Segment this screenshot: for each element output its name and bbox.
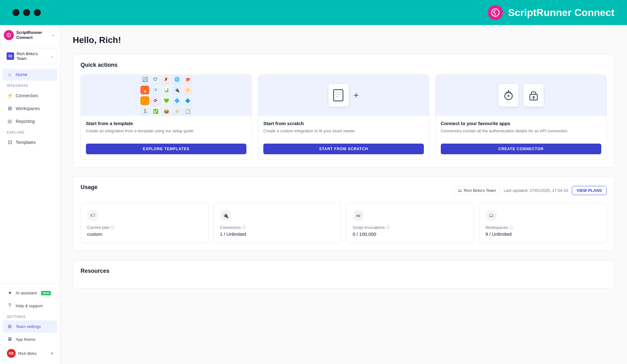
template-card-preview: 🔄 🛡 ✗ 🌐 🐙 🔥 📧 📊 🔌 ⚡ 🔶: [81, 75, 251, 116]
template-icon-17: ✅: [151, 107, 160, 116]
usage-card-invocations: ∞ Script invocations ⓘ 0 / 100,000: [346, 203, 474, 243]
template-icon-11: 🔶: [140, 96, 149, 105]
quick-actions-grid: 🔄 🛡 ✗ 🌐 🐙 🔥 📧 📊 🔌 ⚡ 🔶: [81, 75, 607, 160]
team-settings-icon: ⚙: [7, 324, 13, 330]
template-icon-19: ⚡: [172, 107, 181, 116]
ai-assistant-icon: ✦: [7, 290, 13, 296]
usage-team-name: Rich Birks's Team: [464, 188, 496, 193]
window-maximize-btn[interactable]: [34, 9, 41, 16]
action-card-connector: Connect to your favourite apps Connector…: [435, 75, 607, 160]
template-icon-15: 🔷: [183, 96, 192, 105]
sidebar-item-ai-label: AI assistant: [16, 291, 37, 295]
connector-lock-icon: [524, 84, 544, 107]
connectors-label: Connectors ⓘ: [220, 225, 335, 230]
template-icon-3: ✗: [162, 75, 171, 84]
action-card-template: 🔄 🛡 ✗ 🌐 🐙 🔥 📧 📊 🔌 ⚡ 🔶: [81, 75, 252, 160]
workspaces-value: 9 / Unlimited: [486, 231, 600, 237]
sidebar-item-templates[interactable]: ⊡ Templates: [3, 136, 57, 148]
usage-card-connectors: 🔌 Connectors ⓘ 1 / Unlimited: [213, 203, 341, 243]
sidebar-item-reporting[interactable]: ◎ Reporting: [3, 115, 57, 127]
usage-team-icon: 🗂: [458, 188, 462, 193]
template-card-body: Start from a template Create an integrat…: [81, 116, 251, 159]
quick-actions-section: Quick actions 🔄 🛡 ✗ 🌐 🐙 🔥: [73, 54, 614, 167]
sidebar-item-templates-label: Templates: [16, 140, 36, 145]
team-selector[interactable]: RI Rich Birks's Team ⌄: [3, 48, 57, 64]
connector-card-preview: [436, 75, 606, 116]
invocations-label: Script invocations ⓘ: [353, 225, 467, 230]
sidebar-logo: [4, 30, 14, 40]
team-avatar: RI: [7, 52, 14, 60]
usage-card-workspaces: 🗂 Workspaces ⓘ 9 / Unlimited: [479, 203, 607, 243]
template-icon-10: ⚡: [183, 86, 192, 94]
template-icon-9: 🔌: [172, 86, 181, 94]
sidebar-item-connectors[interactable]: ⚡ Connectors: [3, 89, 57, 102]
scratch-card-title: Start from scratch: [263, 121, 424, 126]
connectors-usage-icon: 🔌: [220, 210, 231, 221]
explore-templates-button[interactable]: EXPLORE TEMPLATES: [86, 144, 246, 154]
user-menu[interactable]: RB Rich Birks ▾: [3, 346, 57, 361]
invocations-info-icon[interactable]: ⓘ: [386, 225, 390, 230]
connectors-info-icon[interactable]: ⓘ: [242, 225, 246, 230]
brand-name: ScriptRunner Connect: [508, 7, 614, 18]
integrate-section-label: INTEGRATE: [0, 81, 60, 89]
scratch-card-body: Start from scratch Create a custom integ…: [258, 116, 429, 159]
user-chevron-icon: ▾: [51, 351, 53, 356]
sidebar-item-app-theme-label: App theme: [16, 337, 35, 342]
window-minimize-btn[interactable]: [23, 9, 30, 16]
template-icon-14: 💠: [172, 96, 181, 105]
top-bar: ScriptRunner Connect: [0, 0, 627, 25]
scratch-plus-icon: +: [354, 90, 359, 100]
user-avatar: RB: [7, 349, 16, 358]
template-icons-grid: 🔄 🛡 ✗ 🌐 🐙 🔥 📧 📊 🔌 ⚡ 🔶: [140, 75, 192, 116]
window-controls-area: [13, 9, 41, 16]
sidebar-item-help[interactable]: ? Help & support: [3, 300, 57, 312]
template-icon-18: 📦: [162, 107, 171, 116]
reporting-icon: ◎: [7, 118, 13, 124]
user-name: Rich Birks: [18, 351, 49, 356]
template-icon-4: 🌐: [172, 75, 181, 84]
template-icon-20: 📋: [183, 107, 192, 116]
template-icon-13: 💚: [162, 96, 171, 105]
connectors-icon: ⚡: [7, 92, 13, 98]
usage-timestamp: Last updated: 27/01/2025, 17:04:10: [504, 188, 568, 193]
start-from-scratch-button[interactable]: START FROM SCRATCH: [263, 144, 424, 154]
app-theme-icon: 🖥: [7, 336, 13, 342]
plan-info-icon[interactable]: ⓘ: [111, 225, 115, 230]
sidebar-item-workspaces[interactable]: ⊞ Workspaces: [3, 102, 57, 114]
collapse-sidebar-btn[interactable]: ←: [51, 32, 56, 38]
template-icon-1: 🔄: [140, 75, 149, 84]
sidebar-item-home[interactable]: ⌂ Home: [3, 69, 57, 81]
connectors-value: 1 / Unlimited: [220, 231, 335, 237]
action-card-scratch: + Start from scratch Create a custom int…: [258, 75, 429, 160]
template-card-desc: Create an integration from a template us…: [86, 128, 246, 139]
resources-title: Resources: [81, 268, 607, 274]
window-close-btn[interactable]: [13, 9, 19, 16]
scratch-card-desc: Create a custom integration to fit your …: [263, 128, 424, 139]
workspaces-info-icon[interactable]: ⓘ: [509, 225, 513, 230]
usage-cards: 🏷 Current plan ⓘ custom 🔌 Connectors ⓘ 1…: [81, 203, 607, 243]
sidebar-item-home-label: Home: [16, 72, 27, 77]
settings-section-label: SETTINGS: [0, 312, 60, 320]
template-card-title: Start from a template: [86, 121, 246, 126]
brand-logo: [488, 5, 503, 20]
top-bar-brand: ScriptRunner Connect: [488, 5, 614, 20]
sidebar-bottom: ✦ AI assistant NEW ? Help & support SETT…: [0, 283, 60, 364]
invocations-icon: ∞: [353, 210, 364, 221]
sidebar-item-ai-assistant[interactable]: ✦ AI assistant NEW: [3, 287, 57, 299]
workspaces-usage-icon: 🗂: [486, 210, 497, 221]
main-content: Hello, Rich! Quick actions 🔄 🛡 ✗ 🌐 🐙: [60, 25, 627, 364]
view-plans-button[interactable]: VIEW PLANS: [572, 186, 607, 195]
plan-label: Current plan ⓘ: [87, 225, 202, 230]
invocations-value: 0 / 100,000: [353, 231, 467, 237]
connector-card-title: Connect to your favourite apps: [441, 121, 601, 126]
usage-title: Usage: [81, 184, 97, 191]
sidebar-item-team-settings[interactable]: ⚙ Team settings: [3, 320, 57, 333]
usage-header-right: 🗂 Rich Birks's Team Last updated: 27/01/…: [454, 186, 607, 195]
template-icon-16: 🏃: [140, 107, 149, 116]
plan-value: custom: [87, 231, 202, 237]
create-connector-button[interactable]: CREATE CONNECTOR: [441, 144, 601, 154]
connector-preview: [498, 84, 544, 107]
home-icon: ⌂: [7, 72, 13, 77]
sidebar-item-app-theme[interactable]: 🖥 App theme: [3, 333, 57, 345]
template-icon-5: 🐙: [183, 75, 192, 84]
